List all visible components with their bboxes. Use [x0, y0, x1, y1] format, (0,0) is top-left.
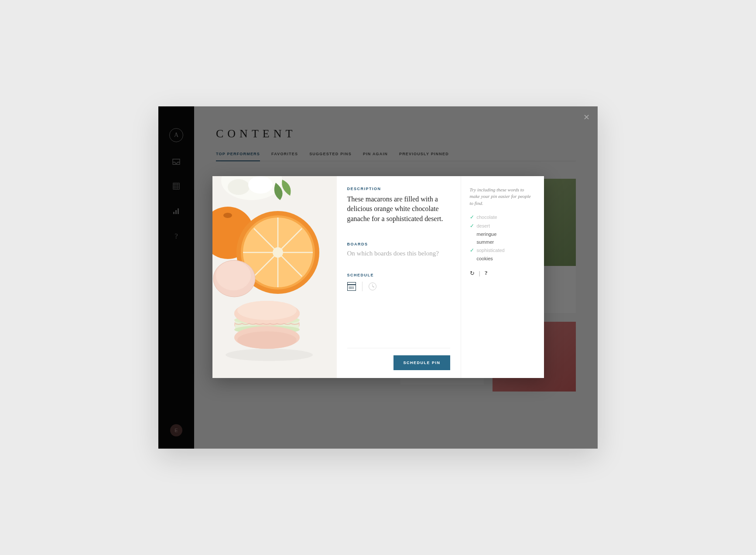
check-icon: ✓	[470, 223, 475, 229]
suggestion-item[interactable]: cookies	[470, 255, 535, 262]
suggestion-item[interactable]: ✓chocolate	[470, 213, 535, 221]
description-text[interactable]: These macarons are filled with a delicio…	[347, 194, 450, 224]
suggestion-item[interactable]: ✓desert	[470, 221, 535, 230]
refresh-suggestions-icon[interactable]: ↻	[470, 270, 475, 276]
boards-label: BOARDS	[347, 242, 450, 246]
svg-point-21	[273, 247, 283, 258]
close-icon[interactable]: ✕	[583, 112, 590, 122]
suggestion-item[interactable]: summer	[470, 238, 535, 246]
suggestion-item[interactable]: meringue	[470, 230, 535, 238]
schedule-smart-icon[interactable]	[347, 282, 356, 291]
divider	[362, 282, 363, 291]
pin-image	[212, 176, 337, 378]
boards-input[interactable]: On which boards does this belong?	[347, 250, 450, 257]
schedule-manual-icon[interactable]	[369, 283, 376, 290]
svg-point-24	[216, 261, 251, 290]
svg-point-11	[248, 176, 273, 194]
app-window: A ? E CONTENT TOP PERFORMERS FAVORITES S…	[158, 106, 598, 449]
divider: |	[479, 270, 480, 276]
description-label: DESCRIPTION	[347, 187, 450, 191]
suggestions-list: ✓chocolate ✓desert meringue summer ✓soph…	[470, 213, 535, 262]
suggestions-help-icon[interactable]: ?	[485, 269, 488, 276]
check-icon: ✓	[470, 214, 475, 220]
modal-form: DESCRIPTION These macarons are filled wi…	[337, 176, 461, 378]
suggestions-panel: Try including these words to make your p…	[461, 176, 544, 378]
svg-point-34	[237, 301, 297, 320]
svg-point-13	[223, 213, 232, 218]
svg-point-35	[226, 349, 313, 361]
schedule-label: SCHEDULE	[347, 273, 450, 277]
schedule-pin-modal: DESCRIPTION These macarons are filled wi…	[212, 176, 544, 378]
svg-point-32	[237, 331, 297, 349]
check-icon: ✓	[470, 247, 475, 253]
svg-point-10	[228, 179, 250, 195]
suggestion-item[interactable]: ✓sophisticated	[470, 246, 535, 255]
suggestions-hint: Try including these words to make your p…	[470, 187, 535, 207]
schedule-pin-button[interactable]: SCHEDULE PIN	[393, 355, 450, 370]
